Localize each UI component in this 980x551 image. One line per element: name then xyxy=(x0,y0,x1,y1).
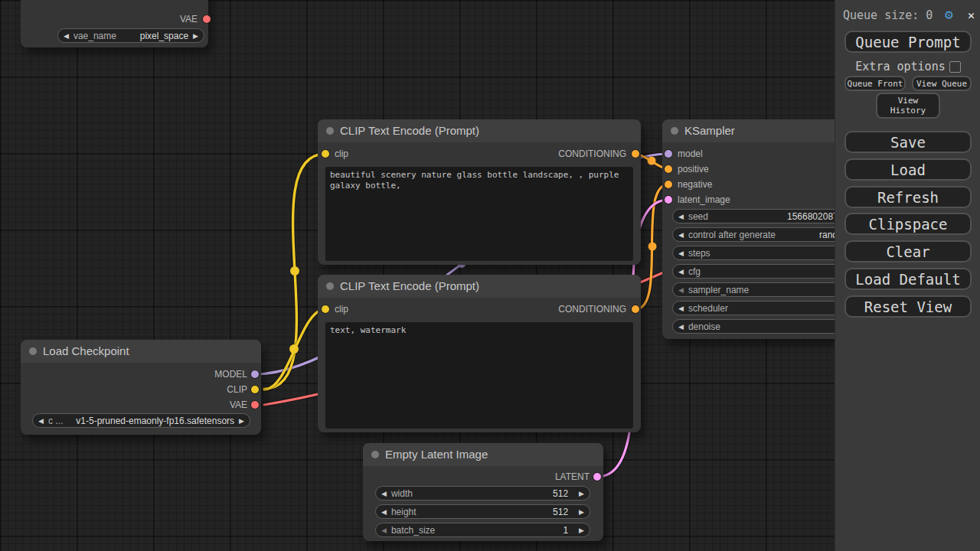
node-title: CLIP Text Encode (Prompt) xyxy=(340,119,479,142)
batch-size-widget[interactable]: ◀ batch_size 1 ▶ xyxy=(375,523,590,537)
prompt-textarea[interactable]: text, watermark xyxy=(325,322,633,429)
link-clip-positive xyxy=(264,154,325,389)
input-label-clip: clip xyxy=(335,304,348,315)
queue-front-button[interactable]: Queue Front xyxy=(844,76,906,91)
arrow-left-icon[interactable]: ◀ xyxy=(64,32,69,40)
arrow-left-icon[interactable]: ◀ xyxy=(678,286,684,294)
load-default-button[interactable]: Load Default xyxy=(844,268,972,290)
arrow-left-icon[interactable]: ◀ xyxy=(678,213,684,220)
input-label-model: model xyxy=(678,148,703,159)
arrow-left-icon[interactable]: ◀ xyxy=(678,249,684,257)
output-pin-vae[interactable] xyxy=(203,15,211,23)
widget-label: denoise xyxy=(688,321,720,332)
output-label-model: MODEL xyxy=(214,369,247,380)
arrow-right-icon[interactable]: ▶ xyxy=(579,527,584,534)
output-pin-vae[interactable] xyxy=(251,401,259,409)
arrow-left-icon[interactable]: ◀ xyxy=(381,527,387,534)
input-pin-latent-image[interactable] xyxy=(665,196,672,204)
arrow-left-icon[interactable]: ◀ xyxy=(678,268,684,276)
queue-size-label: Queue size: 0 xyxy=(843,8,933,22)
collapse-dot-icon[interactable] xyxy=(371,451,379,458)
arrow-left-icon[interactable]: ◀ xyxy=(381,508,387,516)
vae-name-widget[interactable]: ◀ vae_name pixel_space ▶ xyxy=(57,28,204,43)
input-pin-clip[interactable] xyxy=(322,150,329,158)
node-titlebar[interactable]: CLIP Text Encode (Prompt) xyxy=(318,119,641,142)
arrow-left-icon[interactable]: ◀ xyxy=(381,490,387,497)
node-clip-text-encode-positive[interactable]: CLIP Text Encode (Prompt) clip CONDITION… xyxy=(318,119,641,265)
view-queue-button[interactable]: View Queue xyxy=(912,76,972,91)
widget-value: 1 xyxy=(563,525,568,536)
arrow-right-icon[interactable]: ▶ xyxy=(193,32,198,40)
extra-options-row: Extra options xyxy=(835,60,980,73)
ckpt-name-widget[interactable]: ◀ c ... v1-5-pruned-emaonly-fp16.safeten… xyxy=(32,413,250,428)
arrow-right-icon[interactable]: ▶ xyxy=(239,417,244,425)
link-clip-negative xyxy=(264,309,325,390)
widget-label: sampler_name xyxy=(688,285,749,295)
extra-options-label: Extra options xyxy=(855,60,945,73)
link-dot xyxy=(648,243,657,251)
widget-label: batch_size xyxy=(391,525,435,536)
collapse-dot-icon[interactable] xyxy=(326,282,334,290)
collapse-dot-icon[interactable] xyxy=(326,127,334,135)
input-label-latent-image: latent_image xyxy=(678,194,730,205)
widget-label: control after generate xyxy=(688,230,776,240)
width-widget[interactable]: ◀ width 512 ▶ xyxy=(375,486,590,500)
link-clip-negative xyxy=(264,309,325,390)
comfyui-canvas[interactable]: { "canvas": { "icons": { "left_arrow": "… xyxy=(0,0,980,551)
output-pin-conditioning[interactable] xyxy=(632,150,639,158)
input-pin-model[interactable] xyxy=(665,150,672,158)
node-title: Empty Latent Image xyxy=(385,443,488,466)
link-clip-positive xyxy=(264,154,325,389)
save-button[interactable]: Save xyxy=(844,131,972,153)
close-icon[interactable]: ✕ xyxy=(968,8,975,22)
input-label-clip: clip xyxy=(335,148,348,159)
node-title: KSampler xyxy=(684,119,735,142)
node-titlebar[interactable]: CLIP Text Encode (Prompt) xyxy=(318,275,641,298)
arrow-right-icon[interactable]: ▶ xyxy=(579,490,584,497)
clear-button[interactable]: Clear xyxy=(844,240,972,262)
input-pin-positive[interactable] xyxy=(665,165,672,173)
widget-value: 512 xyxy=(553,507,568,517)
link-dot xyxy=(290,266,299,276)
collapse-dot-icon[interactable] xyxy=(671,127,678,135)
node-titlebar[interactable]: Empty Latent Image xyxy=(363,443,603,466)
comfy-menu: Queue size: 0 ⚙ ✕ Queue Prompt Extra opt… xyxy=(835,0,980,551)
queue-size-row: Queue size: 0 ⚙ ✕ xyxy=(843,8,975,24)
input-pin-negative[interactable] xyxy=(665,181,672,188)
node-vae-loader[interactable]: VAE ◀ vae_name pixel_space ▶ xyxy=(21,0,208,47)
node-clip-text-encode-negative[interactable]: CLIP Text Encode (Prompt) clip CONDITION… xyxy=(318,275,641,432)
load-button[interactable]: Load xyxy=(844,158,972,181)
arrow-left-icon[interactable]: ◀ xyxy=(678,231,684,239)
arrow-right-icon[interactable]: ▶ xyxy=(579,508,584,516)
height-widget[interactable]: ◀ height 512 ▶ xyxy=(375,504,590,519)
output-pin-latent[interactable] xyxy=(593,473,601,481)
output-label-clip: CLIP xyxy=(227,384,247,395)
extra-options-checkbox[interactable] xyxy=(949,61,961,73)
output-pin-conditioning[interactable] xyxy=(632,305,639,313)
output-pin-clip[interactable] xyxy=(251,386,259,393)
input-label-negative: negative xyxy=(678,179,712,190)
node-empty-latent-image[interactable]: Empty Latent Image LATENT ◀ width 512 ▶ … xyxy=(363,443,603,541)
refresh-button[interactable]: Refresh xyxy=(844,186,972,208)
view-history-button[interactable]: View History xyxy=(876,93,940,119)
reset-view-button[interactable]: Reset View xyxy=(844,295,972,318)
input-pin-clip[interactable] xyxy=(322,305,329,313)
output-label-conditioning: CONDITIONING xyxy=(558,304,626,315)
arrow-left-icon[interactable]: ◀ xyxy=(678,323,684,331)
output-label-vae: VAE xyxy=(230,399,247,410)
queue-prompt-button[interactable]: Queue Prompt xyxy=(844,31,972,53)
collapse-dot-icon[interactable] xyxy=(29,347,37,355)
link-dot xyxy=(648,157,656,165)
widget-label: width xyxy=(391,488,413,499)
prompt-textarea[interactable]: beautiful scenery nature glass bottle la… xyxy=(325,167,633,261)
output-pin-model[interactable] xyxy=(251,370,259,378)
node-load-checkpoint[interactable]: Load Checkpoint MODEL CLIP VAE ◀ c ... v… xyxy=(21,340,261,435)
arrow-left-icon[interactable]: ◀ xyxy=(38,417,44,425)
gear-icon[interactable]: ⚙ xyxy=(945,6,953,22)
clipspace-button[interactable]: Clipspace xyxy=(844,213,972,235)
node-titlebar[interactable]: Load Checkpoint xyxy=(21,340,261,363)
arrow-left-icon[interactable]: ◀ xyxy=(678,305,684,312)
widget-value: pixel_space xyxy=(140,31,188,41)
output-label-latent: LATENT xyxy=(555,471,590,482)
widget-label: steps xyxy=(688,248,710,259)
